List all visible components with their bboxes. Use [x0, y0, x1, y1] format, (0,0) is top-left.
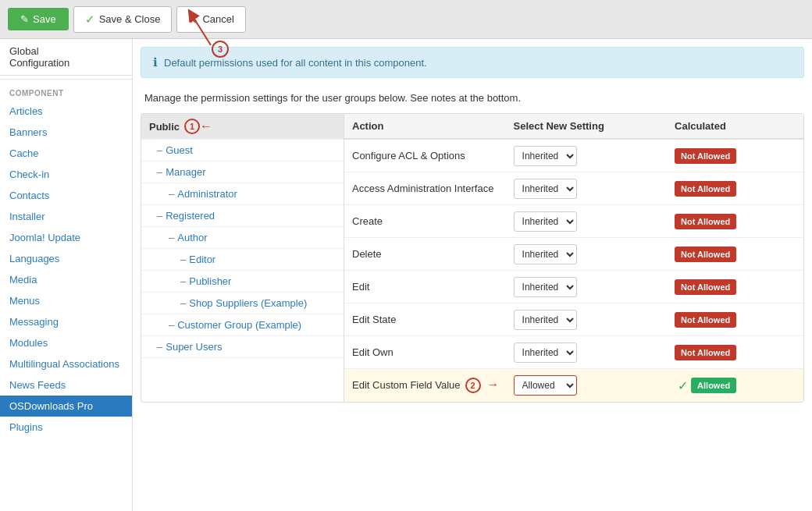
info-icon: ℹ — [153, 55, 158, 69]
dash-prefix: – — [180, 254, 186, 265]
header-calculated: Calculated — [675, 120, 796, 132]
user-group-shop-suppliers--example-[interactable]: – Shop Suppliers (Example) — [141, 293, 344, 314]
perm-action-label: Create — [352, 215, 514, 227]
dash-prefix: – — [157, 210, 162, 222]
user-group-manager[interactable]: – Manager — [141, 161, 344, 183]
header-setting: Select New Setting — [514, 120, 675, 132]
header-action: Action — [352, 120, 514, 132]
calculated-badge: Not Allowed — [675, 345, 736, 360]
annotation-arrow: ← — [200, 119, 212, 133]
calculated-badge: Not Allowed — [675, 148, 736, 164]
sidebar-item-plugins[interactable]: Plugins — [0, 417, 132, 438]
annotation-2: 2 — [465, 378, 481, 393]
perm-setting-select[interactable]: InheritedAllowedDenied — [514, 244, 577, 264]
perm-setting-cell: InheritedAllowedDenied — [514, 277, 675, 297]
sidebar-item-articles[interactable]: Articles — [0, 101, 132, 122]
calculated-badge: Not Allowed — [675, 279, 736, 295]
sidebar: Global Configuration COMPONENT ArticlesB… — [0, 39, 133, 511]
sidebar-item-osdownloads-pro[interactable]: OSDownloads Pro — [0, 396, 132, 417]
check-icon: ✓ — [85, 12, 95, 27]
dash-prefix: – — [180, 275, 186, 287]
perm-action-label: Configure ACL & Options — [352, 150, 514, 161]
save-close-button[interactable]: ✓ Save & Close — [73, 6, 173, 33]
perm-setting-select[interactable]: InheritedAllowedDenied — [514, 146, 577, 166]
calculated-badge: Not Allowed — [675, 247, 736, 262]
user-group-super-users[interactable]: – Super Users — [141, 336, 344, 358]
user-group-author[interactable]: – Author — [141, 227, 344, 249]
info-banner-text: Default permissions used for all content… — [164, 57, 427, 69]
sidebar-item-news-feeds[interactable]: News Feeds — [0, 374, 132, 396]
sidebar-item-modules[interactable]: Modules — [0, 332, 132, 353]
save-button[interactable]: ✎ Save — [8, 8, 69, 30]
perm-setting-select[interactable]: InheritedAllowedDenied — [514, 211, 577, 232]
perm-setting-select[interactable]: InheritedAllowedDenied — [514, 342, 577, 363]
dash-prefix: – — [169, 319, 174, 331]
perm-setting-cell: InheritedAllowedDenied — [514, 342, 675, 363]
group-label: Publisher — [189, 275, 231, 287]
group-label: Customer Group (Example) — [177, 319, 301, 331]
annotation-arrow-2: → — [481, 379, 500, 391]
perm-row-5: Edit StateInheritedAllowedDeniedNot Allo… — [344, 303, 803, 336]
sidebar-item-contacts[interactable]: Contacts — [0, 185, 132, 206]
user-group-customer-group--example-[interactable]: – Customer Group (Example) — [141, 314, 344, 336]
sidebar-items: ArticlesBannersCacheCheck-inContactsInst… — [0, 101, 132, 438]
sidebar-divider — [0, 79, 132, 80]
group-label: Editor — [189, 254, 215, 265]
user-group-publisher[interactable]: – Publisher — [141, 271, 344, 293]
global-config-line1: Global — [9, 45, 39, 57]
global-config-line2: Configuration — [9, 57, 69, 69]
perm-setting-select[interactable]: InheritedAllowedDenied — [514, 277, 577, 297]
main-content: ℹ Default permissions used for all conte… — [133, 39, 812, 511]
group-label: Super Users — [166, 341, 222, 353]
perm-row-6: Edit OwnInheritedAllowedDeniedNot Allowe… — [344, 336, 803, 369]
perm-action-label: Edit — [352, 281, 514, 293]
user-group-editor[interactable]: – Editor — [141, 249, 344, 271]
sidebar-item-installer[interactable]: Installer — [0, 206, 132, 227]
sidebar-item-check-in[interactable]: Check-in — [0, 164, 132, 185]
sidebar-item-banners[interactable]: Banners — [0, 122, 132, 143]
description-text: Manage the permission settings for the u… — [133, 86, 812, 113]
group-label: Shop Suppliers (Example) — [189, 297, 307, 309]
cancel-button[interactable]: ✖ Cancel — [176, 6, 245, 33]
perm-action-label: Edit Own — [352, 346, 514, 358]
perm-calculated-cell: Not Allowed — [675, 279, 796, 295]
group-label: Author — [177, 232, 207, 243]
perm-setting-cell: InheritedAllowedDenied — [514, 310, 675, 330]
save-close-label: Save & Close — [99, 13, 161, 25]
perm-row-4: EditInheritedAllowedDeniedNot Allowed — [344, 271, 803, 303]
group-label: Public — [149, 121, 180, 133]
perm-setting-cell: InheritedAllowedDenied — [514, 375, 675, 396]
annotation-1: 1 — [184, 119, 200, 134]
calculated-badge: Not Allowed — [675, 181, 736, 197]
sidebar-item-languages[interactable]: Languages — [0, 248, 132, 269]
dash-prefix: – — [180, 297, 186, 309]
user-group-public[interactable]: Public1 ← — [141, 114, 344, 140]
x-icon: ✖ — [188, 12, 198, 27]
sidebar-item-multilingual-associations[interactable]: Multilingual Associations — [0, 353, 132, 374]
perm-setting-select[interactable]: InheritedAllowedDenied — [514, 179, 577, 199]
user-group-registered[interactable]: – Registered — [141, 205, 344, 227]
dash-prefix: – — [157, 341, 162, 353]
dash-prefix: – — [169, 188, 174, 200]
perm-action-label: Edit Custom Field Value2 → — [352, 378, 514, 393]
perm-row-2: CreateInheritedAllowedDeniedNot Allowed — [344, 205, 803, 238]
perm-action-label: Edit State — [352, 314, 514, 325]
perm-setting-cell: InheritedAllowedDenied — [514, 146, 675, 166]
user-groups-tree: Public1 ←– Guest– Manager– Administrator… — [141, 114, 344, 402]
toolbar: ✎ Save ✓ Save & Close ✖ Cancel 3 — [0, 0, 812, 39]
perm-calculated-cell: Not Allowed — [675, 214, 796, 229]
perm-row-3: DeleteInheritedAllowedDeniedNot Allowed — [344, 238, 803, 271]
sidebar-item-messaging[interactable]: Messaging — [0, 311, 132, 332]
perm-calculated-cell: Not Allowed — [675, 312, 796, 328]
perm-row-1: Access Administration InterfaceInherited… — [344, 172, 803, 205]
perm-row-0: Configure ACL & OptionsInheritedAllowedD… — [344, 140, 803, 172]
sidebar-item-media[interactable]: Media — [0, 269, 132, 290]
user-group-administrator[interactable]: – Administrator — [141, 183, 344, 205]
user-group-guest[interactable]: – Guest — [141, 140, 344, 161]
sidebar-item-menus[interactable]: Menus — [0, 290, 132, 311]
global-config-link[interactable]: Global Configuration — [0, 39, 132, 76]
perm-setting-select[interactable]: InheritedAllowedDenied — [514, 375, 577, 396]
perm-setting-select[interactable]: InheritedAllowedDenied — [514, 310, 577, 330]
sidebar-item-cache[interactable]: Cache — [0, 143, 132, 164]
sidebar-item-joomla!-update[interactable]: Joomla! Update — [0, 227, 132, 248]
